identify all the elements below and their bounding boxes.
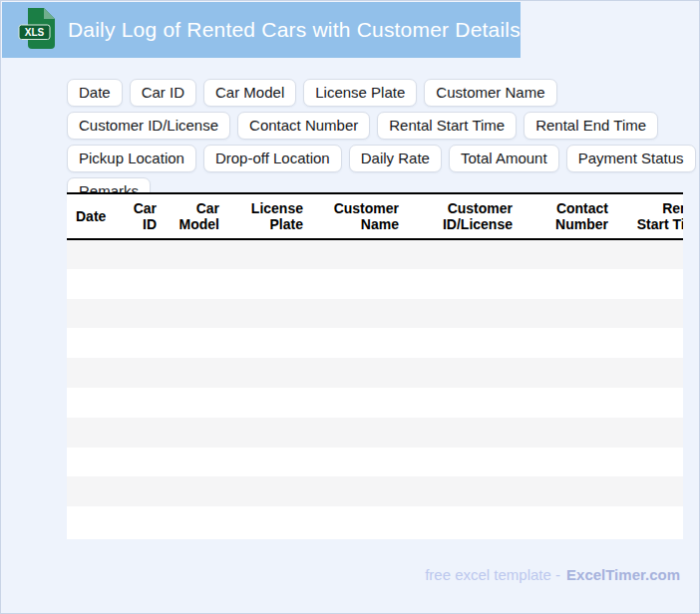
table-cell (309, 506, 405, 536)
table-cell (309, 299, 405, 329)
table-cell (405, 448, 519, 477)
table-row (67, 239, 683, 269)
table-cell (519, 239, 614, 269)
xls-file-icon: XLS (17, 6, 59, 54)
table-cell (519, 418, 614, 448)
column-header-contact-number: Contact Number (519, 193, 614, 239)
table-cell (405, 328, 519, 358)
table-cell (309, 269, 405, 299)
table-cell (163, 506, 225, 536)
table-cell (225, 358, 309, 388)
table-cell (405, 239, 519, 269)
table-cell (405, 299, 519, 329)
table-cell (117, 328, 163, 358)
table-cell (614, 388, 683, 418)
field-chip-rental-end-time: Rental End Time (524, 112, 658, 140)
field-chip-daily-rate: Daily Rate (349, 145, 442, 172)
field-chip-rental-start-time: Rental Start Time (377, 112, 517, 140)
field-chip-contact-number: Contact Number (237, 112, 370, 140)
table-cell (67, 358, 117, 388)
table-cell (519, 388, 614, 418)
table-cell (117, 269, 163, 299)
table-cell (67, 239, 117, 269)
table-cell (67, 388, 117, 418)
field-chip-car-model: Car Model (203, 79, 296, 107)
spreadsheet-table-wrap: DateCar IDCar ModelLicense PlateCustomer… (67, 192, 683, 539)
header-bar: XLS Daily Log of Rented Cars with Custom… (2, 2, 521, 58)
table-row (67, 506, 683, 536)
field-chip-car-id: Car ID (130, 79, 196, 107)
table-body (67, 239, 683, 536)
table-cell (405, 506, 519, 536)
field-chip-drop-off-location: Drop-off Location (203, 145, 342, 172)
template-preview-page: XLS Daily Log of Rented Cars with Custom… (0, 0, 700, 614)
table-cell (225, 388, 309, 418)
column-header-car-model: Car Model (163, 193, 225, 239)
column-header-car-id: Car ID (117, 193, 163, 239)
table-cell (225, 328, 309, 358)
table-cell (405, 358, 519, 388)
table-cell (163, 388, 225, 418)
table-cell (519, 358, 614, 388)
column-header-rental-start-time: Rental Start Time (614, 193, 683, 239)
table-row (67, 448, 683, 477)
page-title: Daily Log of Rented Cars with Customer D… (68, 18, 521, 42)
table-cell (67, 506, 117, 536)
column-header-license-plate: License Plate (225, 193, 309, 239)
table-row (67, 299, 683, 329)
table-row (67, 269, 683, 299)
table-cell (117, 239, 163, 269)
column-header-customer-id-license: Customer ID/License (405, 193, 519, 239)
table-cell (405, 476, 519, 506)
table-cell (309, 476, 405, 506)
table-row (67, 358, 683, 388)
table-cell (163, 448, 225, 477)
table-cell (117, 388, 163, 418)
table-cell (309, 388, 405, 418)
table-cell (519, 328, 614, 358)
spreadsheet-table: DateCar IDCar ModelLicense PlateCustomer… (67, 192, 683, 536)
table-cell (67, 299, 117, 329)
table-row (67, 388, 683, 418)
table-cell (309, 328, 405, 358)
table-cell (67, 476, 117, 506)
table-cell (163, 476, 225, 506)
table-cell (225, 418, 309, 448)
table-cell (163, 418, 225, 448)
table-cell (225, 269, 309, 299)
table-cell (163, 328, 225, 358)
table-cell (614, 448, 683, 477)
table-cell (614, 328, 683, 358)
table-cell (519, 448, 614, 477)
table-cell (309, 448, 405, 477)
xls-badge-label: XLS (25, 27, 45, 38)
table-cell (225, 299, 309, 329)
column-header-date: Date (67, 193, 117, 239)
brand-link[interactable]: ExcelTimer.com (566, 566, 680, 583)
table-cell (614, 506, 683, 536)
table-cell (225, 476, 309, 506)
table-cell (225, 506, 309, 536)
table-cell (117, 506, 163, 536)
footer-credit-text: free excel template - (425, 566, 560, 583)
table-header-row: DateCar IDCar ModelLicense PlateCustomer… (67, 193, 683, 239)
table-cell (163, 239, 225, 269)
table-cell (117, 418, 163, 448)
table-cell (117, 299, 163, 329)
table-cell (405, 418, 519, 448)
table-cell (614, 418, 683, 448)
table-cell (163, 269, 225, 299)
field-chip-payment-status: Payment Status (566, 145, 696, 172)
table-cell (67, 448, 117, 477)
column-header-customer-name: Customer Name (309, 193, 405, 239)
table-cell (309, 358, 405, 388)
field-chip-date: Date (67, 79, 123, 107)
table-cell (309, 239, 405, 269)
table-cell (225, 239, 309, 269)
field-chip-customer-name: Customer Name (424, 79, 556, 107)
table-cell (405, 388, 519, 418)
table-cell (309, 418, 405, 448)
table-cell (405, 269, 519, 299)
table-cell (519, 476, 614, 506)
table-cell (614, 299, 683, 329)
